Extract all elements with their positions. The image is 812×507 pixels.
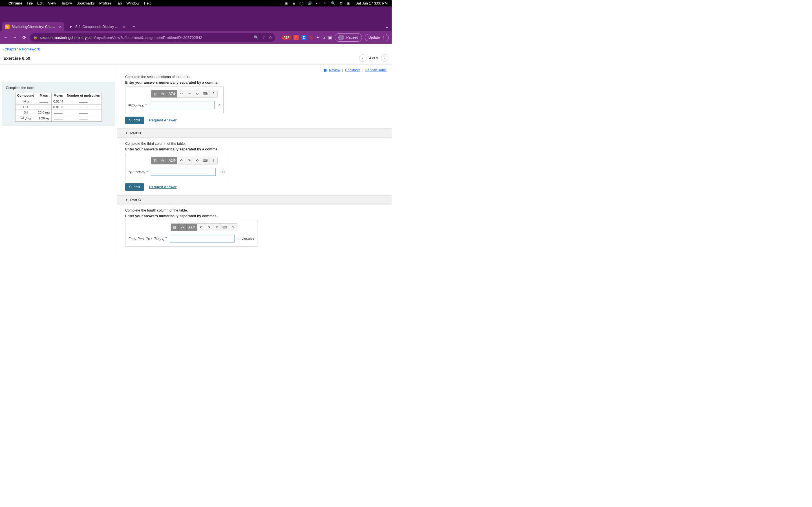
request-answer-link[interactable]: Request Answer — [149, 185, 176, 189]
undo-button[interactable]: ↶ — [177, 157, 185, 164]
puzzle-icon[interactable]: ✦ — [316, 35, 320, 40]
request-answer-link[interactable]: Request Answer — [149, 118, 176, 122]
tabs-dropdown-icon[interactable]: ⌄ — [386, 24, 389, 29]
answer-input[interactable] — [170, 235, 235, 242]
volume-icon[interactable]: 🔊 — [308, 1, 312, 5]
menu-view[interactable]: View — [48, 1, 56, 5]
tab-compounds[interactable]: P 5.2: Compounds Display Const × — [66, 22, 128, 31]
tab-strip: ✎ MasteringChemistry: Chapter 6 × P 5.2:… — [0, 6, 392, 31]
cell-mass — [36, 98, 52, 105]
answer-input[interactable] — [150, 101, 214, 109]
table-row: BrI 23.0 mg — [15, 110, 101, 115]
pager: ‹ 4 of 9 › — [359, 54, 388, 62]
greek-button[interactable]: ΑΣΦ — [167, 157, 177, 164]
siri-icon[interactable]: ◉ — [347, 1, 350, 5]
cell-mass — [36, 105, 52, 110]
url-path: /myct/itemView?offset=next&assignmentPro… — [95, 36, 202, 40]
greek-button[interactable]: ΑΣΦ — [167, 90, 177, 98]
redo-button[interactable]: ↷ — [185, 157, 193, 164]
abp-icon[interactable]: ABP — [282, 36, 290, 40]
share-icon[interactable]: ⇧ — [262, 35, 265, 40]
part-b-header[interactable]: ▼ Part B — [117, 128, 392, 138]
prev-button[interactable]: ‹ — [359, 54, 366, 62]
breadcrumb-link[interactable]: ‹Chapter 6 Homework — [3, 47, 40, 51]
address-bar[interactable]: 🔒 session.masteringchemistry.com/myct/it… — [30, 33, 275, 42]
instr1: Complete the fourth column of the table. — [125, 209, 387, 212]
book-icon: ▮▮ — [323, 68, 327, 72]
tab-mastering[interactable]: ✎ MasteringChemistry: Chapter 6 × — [2, 22, 64, 31]
keyboard-button[interactable]: ⌨ — [201, 90, 209, 98]
cell-n — [65, 105, 102, 110]
control-center-icon[interactable]: ⚙ — [340, 1, 343, 5]
help-button[interactable]: ? — [229, 224, 237, 231]
redo-button[interactable]: ↷ — [185, 90, 193, 98]
menu-window[interactable]: Window — [126, 1, 139, 5]
ptable-link[interactable]: Periodic Table — [365, 68, 387, 72]
display-icon[interactable]: 🖥 — [292, 1, 296, 5]
grammarly-icon[interactable]: ◉ — [285, 1, 288, 5]
battery-icon[interactable]: ▭ — [316, 1, 319, 5]
menu-help[interactable]: Help — [144, 1, 152, 5]
cell-moles: 0.0144 — [52, 98, 65, 105]
radical-button[interactable]: √x — [179, 224, 187, 231]
templates-button[interactable]: ▥ — [151, 157, 159, 164]
search-in-page-icon[interactable]: 🔍 — [254, 35, 259, 40]
keyboard-button[interactable]: ⌨ — [221, 224, 229, 231]
radical-button[interactable]: √x — [159, 90, 167, 98]
th-mass: Mass — [36, 93, 52, 98]
next-button[interactable]: › — [381, 54, 388, 62]
reset-button[interactable]: ⟲ — [213, 224, 221, 231]
templates-button[interactable]: ▥ — [151, 90, 159, 98]
cell-moles — [52, 115, 65, 121]
wifi-icon[interactable]: ᯤ — [323, 1, 327, 5]
cell-moles — [52, 110, 65, 115]
new-tab-button[interactable]: + — [130, 24, 139, 31]
undo-button[interactable]: ↶ — [197, 224, 205, 231]
templates-button[interactable]: ▥ — [171, 224, 179, 231]
undo-button[interactable]: ↶ — [177, 90, 185, 98]
menu-tab[interactable]: Tab — [116, 1, 122, 5]
radical-button[interactable]: √x — [159, 157, 167, 164]
menu-profiles[interactable]: Profiles — [99, 1, 111, 5]
prompt-text: Complete the table: — [6, 86, 111, 90]
ext-toggle-icon[interactable]: ⌀ — [322, 35, 325, 40]
menu-bookmarks[interactable]: Bookmarks — [77, 1, 95, 5]
part-c-header[interactable]: ▼ Part C — [117, 195, 392, 205]
constants-link[interactable]: Constants — [345, 68, 360, 72]
menu-file[interactable]: File — [27, 1, 33, 5]
sidepanel-icon[interactable]: ▣ — [328, 35, 332, 40]
keyboard-button[interactable]: ⌨ — [201, 157, 209, 164]
close-icon[interactable]: × — [123, 24, 125, 29]
bookmark-icon[interactable]: ☆ — [269, 35, 272, 40]
menubar-app[interactable]: Chrome — [8, 1, 22, 5]
close-icon[interactable]: × — [59, 24, 61, 29]
greek-button[interactable]: ΑΣΦ — [187, 224, 197, 231]
answer-input[interactable] — [151, 168, 216, 176]
kebab-icon: ⋮ — [382, 36, 385, 40]
help-button[interactable]: ? — [209, 157, 217, 164]
reset-button[interactable]: ⟲ — [193, 90, 201, 98]
tp-icon[interactable]: Tp — [309, 36, 313, 40]
forward-button[interactable]: → — [12, 35, 18, 40]
reference-links: ▮▮ Review | Constants | Periodic Table — [125, 68, 387, 72]
redo-button[interactable]: ↷ — [205, 224, 213, 231]
left-panel: Complete the table: Compound Mass Moles … — [0, 65, 117, 253]
submit-button[interactable]: Submit — [125, 117, 144, 124]
ext-red-icon[interactable]: f — [294, 35, 299, 40]
profile-paused[interactable]: Paused — [335, 33, 362, 42]
answer-unit: g — [218, 103, 220, 107]
reload-button[interactable]: ⟳ — [21, 35, 27, 40]
menu-history[interactable]: History — [60, 1, 71, 5]
menubar-clock[interactable]: Sat Jun 17 3:06 PM — [356, 1, 388, 5]
submit-button[interactable]: Submit — [125, 183, 144, 191]
menu-edit[interactable]: Edit — [37, 1, 43, 5]
review-link[interactable]: Review — [329, 68, 340, 72]
answer-label: NCO2, NCO, NBrI, NCF2Cl2 = — [128, 236, 167, 242]
update-button[interactable]: Update ⋮ — [365, 34, 389, 41]
zotero-icon[interactable]: Z — [301, 35, 306, 40]
help-button[interactable]: ? — [209, 90, 217, 98]
record-icon[interactable]: ◯ — [299, 1, 304, 5]
back-button[interactable]: ← — [3, 35, 9, 40]
spotlight-icon[interactable]: 🔍 — [331, 1, 336, 5]
reset-button[interactable]: ⟲ — [193, 157, 201, 164]
